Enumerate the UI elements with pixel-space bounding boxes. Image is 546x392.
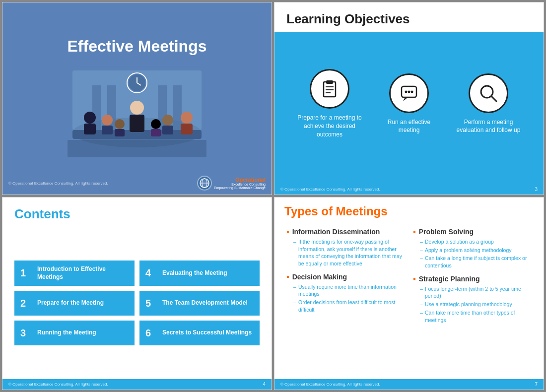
logo-text-block: Operational Excellence Consulting Empowe… [214, 177, 266, 190]
svg-point-11 [84, 112, 96, 124]
contents-num-5: 5 [145, 298, 157, 309]
contents-label-5: The Team Development Model [162, 299, 248, 307]
slide-1: Effective Meetings [2, 2, 272, 195]
types-sub-item-decision-1: Usually require more time than informati… [293, 283, 405, 298]
search-icon-circle [469, 73, 508, 113]
slide3-copyright: © Operational Excellence Consulting. All… [8, 382, 108, 387]
svg-point-36 [405, 90, 408, 93]
contents-label-4: Evaluating the Meeting [162, 269, 227, 277]
types-sub-item-problem-2: Apply a problem solving methodology [420, 247, 532, 254]
svg-point-37 [408, 90, 410, 93]
chat-icon [398, 82, 420, 104]
contents-num-6: 6 [145, 327, 157, 339]
slide2-icon-item-2: Run an effective meeting [377, 73, 441, 135]
slide3-page: 4 [263, 382, 266, 387]
types-section-info: ▪ Information Dissemination If the meeti… [286, 227, 405, 267]
types-section-title-strategic: ▪ Strategic Planning [413, 274, 532, 283]
search-icon [478, 82, 499, 104]
slide2-icon-item-3: Perform a meeting evaluation and follow … [456, 73, 521, 135]
globe-svg [199, 178, 210, 189]
slide2-icon-label-1: Prepare for a meeting to achieve the des… [297, 114, 362, 138]
slide2-header-title: Learning Objectives [286, 11, 532, 27]
slide2-icon-label-2: Run an effective meeting [377, 118, 441, 135]
svg-point-13 [102, 115, 113, 126]
types-sub-info: If the meeting is for one-way passing of… [293, 238, 405, 267]
types-section-problem: ▪ Problem Solving Develop a solution as … [413, 227, 532, 269]
contents-num-2: 2 [20, 298, 32, 309]
types-sub-item-problem-3: Can take a long time if subject is compl… [420, 255, 532, 269]
svg-point-38 [411, 90, 413, 93]
slide-4: Types of Meetings ▪ Information Dissemin… [274, 197, 544, 390]
contents-item-1: 1 Introduction to Effective Meetings [14, 261, 135, 286]
svg-rect-30 [326, 80, 333, 84]
chat-icon-circle [389, 73, 429, 113]
slide2-icons-row: Prepare for a meeting to achieve the des… [297, 69, 521, 138]
types-col-2: ▪ Problem Solving Develop a solution as … [409, 225, 536, 376]
svg-point-19 [181, 112, 193, 124]
svg-rect-18 [162, 126, 173, 134]
slide4-copyright: © Operational Excellence Consulting. All… [280, 382, 380, 387]
slide2-page: 3 [535, 187, 538, 192]
slide2-content: Prepare for a meeting to achieve the des… [274, 32, 544, 184]
slide2-icon-label-3: Perform a meeting evaluation and follow … [456, 118, 521, 135]
svg-rect-10 [173, 85, 182, 130]
slide4-content: ▪ Information Dissemination If the meeti… [274, 222, 544, 379]
types-sub-item-info-1: If the meeting is for one-way passing of… [293, 238, 405, 267]
types-section-name-problem: Problem Solving [419, 228, 474, 236]
types-section-name-info: Information Dissemination [292, 228, 380, 236]
types-sub-decision: Usually require more time than informati… [293, 283, 405, 314]
contents-item-4: 4 Evaluating the Meeting [139, 261, 260, 286]
types-sub-item-strategic-2: Use a strategic planning methodology [420, 301, 532, 308]
types-section-title-info: ▪ Information Dissemination [286, 227, 405, 236]
types-section-name-decision: Decision Making [292, 273, 347, 281]
svg-point-23 [151, 119, 161, 129]
svg-rect-14 [102, 126, 113, 134]
types-bullet-strategic: ▪ [413, 274, 416, 283]
logo-text-sub2: Empowering Sustainable Change [214, 186, 266, 190]
types-sub-item-strategic-1: Focus longer-term (within 2 to 5 year ti… [420, 285, 532, 300]
svg-rect-12 [84, 124, 96, 134]
slide2-icon-item-1: Prepare for a meeting to achieve the des… [297, 69, 362, 138]
slide1-footer: © Operational Excellence Consulting. All… [2, 176, 272, 191]
types-section-name-strategic: Strategic Planning [419, 275, 480, 283]
contents-item-5: 5 The Team Development Model [139, 291, 260, 316]
logo-text-sub1: Excellence Consulting [214, 183, 266, 186]
contents-label-1: Introduction to Effective Meetings [37, 265, 129, 281]
types-sub-strategic: Focus longer-term (within 2 to 5 year ti… [420, 285, 532, 324]
slide2-footer: © Operational Excellence Consulting. All… [274, 184, 544, 195]
svg-rect-20 [181, 124, 193, 134]
slide4-page: 7 [535, 382, 538, 387]
types-sub-item-problem-1: Develop a solution as a group [420, 238, 532, 246]
slide3-title: Contents [14, 206, 260, 222]
types-col-1: ▪ Information Dissemination If the meeti… [282, 225, 409, 376]
slide1-illustration [43, 61, 231, 160]
slide2-header: Learning Objectives [274, 2, 544, 32]
meeting-illustration [43, 61, 231, 160]
contents-item-3: 3 Running the Meeting [14, 321, 135, 345]
svg-rect-7 [92, 85, 101, 130]
contents-item-6: 6 Secrets to Successful Meetings [139, 321, 260, 345]
contents-label-6: Secrets to Successful Meetings [162, 329, 252, 337]
logo-text-main: Operational [214, 177, 266, 183]
slide1-logo: Operational Excellence Consulting Empowe… [197, 176, 266, 191]
svg-rect-22 [115, 129, 125, 136]
clipboard-icon [319, 78, 341, 100]
svg-point-21 [115, 119, 125, 129]
logo-globe-icon [197, 176, 212, 191]
slide3-content: 1 Introduction to Effective Meetings 4 E… [2, 227, 272, 379]
types-bullet-decision: ▪ [286, 272, 289, 281]
contents-item-2: 2 Prepare for the Meeting [14, 291, 135, 316]
contents-label-2: Prepare for the Meeting [37, 299, 104, 307]
contents-label-3: Running the Meeting [37, 329, 96, 337]
slide-2: Learning Objectives Prepare for a meetin… [274, 2, 544, 195]
slide3-header: Contents [2, 197, 272, 227]
types-section-title-problem: ▪ Problem Solving [413, 227, 532, 236]
svg-rect-16 [130, 115, 144, 132]
svg-rect-24 [151, 129, 161, 136]
slide4-header: Types of Meetings [274, 197, 544, 222]
slide1-copyright: © Operational Excellence Consulting. All… [8, 181, 108, 186]
types-sub-item-strategic-3: Can take more time than other types of m… [420, 309, 532, 324]
slide4-title: Types of Meetings [284, 204, 534, 218]
svg-point-15 [130, 101, 144, 115]
contents-num-3: 3 [20, 327, 32, 339]
